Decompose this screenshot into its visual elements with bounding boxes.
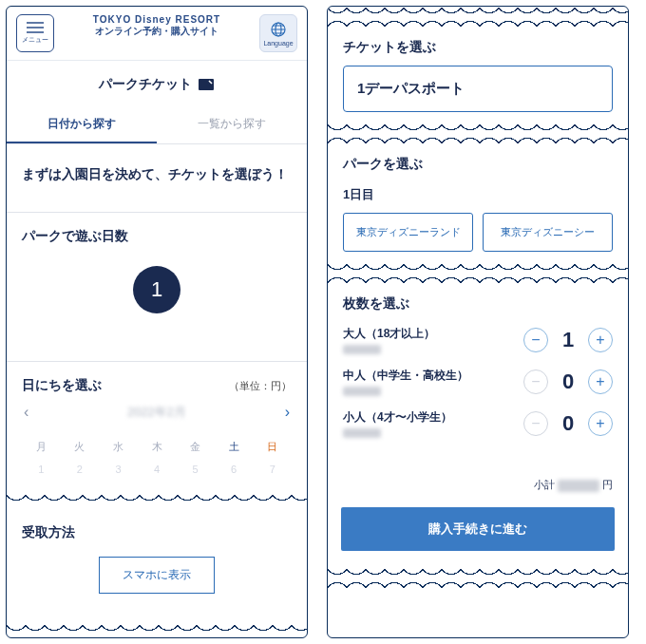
dow-wed: 水 bbox=[99, 434, 138, 460]
app-header: メニュー TOKYO Disney RESORT オンライン予約・購入サイト L… bbox=[7, 7, 307, 61]
park-sea-button[interactable]: 東京ディズニーシー bbox=[483, 213, 613, 252]
calendar-month-blurred: 2022年2月 bbox=[28, 404, 284, 421]
subtotal-label: 小計 bbox=[534, 479, 555, 490]
date-unit: （単位：円） bbox=[229, 379, 292, 393]
qty-adult-value: 1 bbox=[560, 328, 577, 352]
menu-button[interactable]: メニュー bbox=[16, 14, 54, 52]
qty-row-child: 小人（4才〜小学生） − 0 + bbox=[343, 409, 613, 438]
qty-plus-button[interactable]: + bbox=[588, 369, 613, 394]
date-cell[interactable]: 2 bbox=[61, 460, 100, 479]
delivery-label: 受取方法 bbox=[22, 524, 292, 541]
park-land-button[interactable]: 東京ディズニーランド bbox=[343, 213, 473, 252]
rip-separator bbox=[328, 263, 628, 284]
tab-by-date[interactable]: 日付から探す bbox=[7, 106, 157, 143]
subtotal-yen: 円 bbox=[602, 479, 613, 490]
menu-label: メニュー bbox=[22, 35, 48, 45]
qty-head: 枚数を選ぶ bbox=[343, 295, 613, 313]
dow-fri: 金 bbox=[176, 434, 215, 460]
date-cell[interactable]: 1 bbox=[22, 460, 61, 479]
qty-child-value: 0 bbox=[560, 411, 577, 436]
intro-text: まずは入園日を決めて、チケットを選ぼう！ bbox=[7, 144, 307, 212]
date-label: 日にちを選ぶ bbox=[22, 377, 102, 394]
cal-next-icon[interactable]: › bbox=[285, 404, 290, 421]
ticket-head: チケットを選ぶ bbox=[343, 39, 613, 56]
qty-row-adult: 大人（18才以上） − 1 + bbox=[343, 326, 613, 354]
date-cell[interactable]: 5 bbox=[176, 460, 215, 479]
qty-junior-label: 中人（中学生・高校生） bbox=[343, 368, 468, 384]
qty-plus-button[interactable]: + bbox=[588, 328, 613, 352]
language-button[interactable]: Language bbox=[259, 14, 297, 52]
ticket-icon bbox=[198, 78, 215, 91]
page-title: パークチケット bbox=[99, 76, 192, 93]
ticket-section: チケットを選ぶ 1デーパスポート bbox=[328, 28, 628, 123]
qty-minus-button[interactable]: − bbox=[523, 411, 548, 436]
logo-top: TOKYO Disney RESORT bbox=[93, 14, 220, 25]
rip-separator bbox=[7, 494, 307, 507]
proceed-button[interactable]: 購入手続きに進む bbox=[341, 507, 615, 551]
qty-adult-label: 大人（18才以上） bbox=[343, 326, 435, 342]
delivery-section: 受取方法 スマホに表示 bbox=[7, 507, 307, 624]
dow-sun: 日 bbox=[253, 434, 292, 460]
subtotal-row: 小計 円 bbox=[328, 449, 628, 500]
dow-mon: 月 bbox=[22, 434, 61, 460]
qty-row-junior: 中人（中学生・高校生） − 0 + bbox=[343, 368, 613, 396]
days-label: パークで遊ぶ日数 bbox=[22, 228, 292, 245]
dow-tue: 火 bbox=[61, 434, 100, 460]
qty-plus-button[interactable]: + bbox=[588, 411, 613, 436]
phone-left: メニュー TOKYO Disney RESORT オンライン予約・購入サイト L… bbox=[6, 6, 308, 638]
date-cell[interactable]: 3 bbox=[99, 460, 138, 479]
dow-thu: 木 bbox=[138, 434, 177, 460]
rip-separator bbox=[328, 568, 628, 589]
delivery-smartphone-button[interactable]: スマホに表示 bbox=[99, 557, 215, 594]
qty-minus-button[interactable]: − bbox=[523, 328, 548, 352]
calendar-dates-row: 1 2 3 4 5 6 7 bbox=[22, 460, 292, 479]
qty-price-blurred bbox=[343, 387, 381, 396]
calendar-dow-row: 月 火 水 木 金 土 日 bbox=[22, 434, 292, 460]
qty-price-blurred bbox=[343, 345, 381, 354]
calendar-nav: ‹ 2022年2月 › bbox=[22, 394, 292, 434]
page-title-row: パークチケット bbox=[7, 61, 307, 106]
dow-sat: 土 bbox=[215, 434, 254, 460]
tab-by-list[interactable]: 一覧から探す bbox=[157, 106, 307, 143]
rip-separator bbox=[328, 7, 628, 28]
svg-rect-2 bbox=[199, 79, 214, 90]
days-section: パークで遊ぶ日数 1 bbox=[7, 212, 307, 361]
hamburger-icon bbox=[27, 22, 44, 33]
ticket-select-box[interactable]: 1デーパスポート bbox=[343, 66, 613, 112]
logo-sub: オンライン予約・購入サイト bbox=[93, 25, 220, 38]
rip-separator bbox=[7, 624, 307, 637]
logo-block: TOKYO Disney RESORT オンライン予約・購入サイト bbox=[93, 14, 220, 38]
rip-separator bbox=[328, 123, 628, 144]
subtotal-amount-blurred bbox=[558, 480, 599, 492]
days-value-circle[interactable]: 1 bbox=[133, 266, 180, 313]
qty-section: 枚数を選ぶ 大人（18才以上） − 1 + 中人（中学生・高校生） − 0 + bbox=[328, 284, 628, 449]
qty-price-blurred bbox=[343, 428, 381, 438]
park-day-label: 1日目 bbox=[343, 186, 613, 203]
qty-minus-button[interactable]: − bbox=[523, 369, 548, 394]
park-section: パークを選ぶ 1日目 東京ディズニーランド 東京ディズニーシー bbox=[328, 144, 628, 263]
tabs: 日付から探す 一覧から探す bbox=[7, 106, 307, 144]
qty-child-label: 小人（4才〜小学生） bbox=[343, 409, 452, 426]
park-head: パークを選ぶ bbox=[343, 156, 613, 173]
language-label: Language bbox=[263, 40, 293, 47]
phone-right: チケットを選ぶ 1デーパスポート パークを選ぶ 1日目 東京ディズニーランド 東… bbox=[327, 6, 629, 638]
date-section: 日にちを選ぶ （単位：円） ‹ 2022年2月 › 月 火 水 木 金 土 日 … bbox=[7, 361, 307, 494]
qty-junior-value: 0 bbox=[560, 369, 577, 394]
date-cell[interactable]: 7 bbox=[253, 460, 292, 479]
date-cell[interactable]: 4 bbox=[138, 460, 177, 479]
globe-icon bbox=[270, 21, 287, 38]
date-cell[interactable]: 6 bbox=[215, 460, 254, 479]
